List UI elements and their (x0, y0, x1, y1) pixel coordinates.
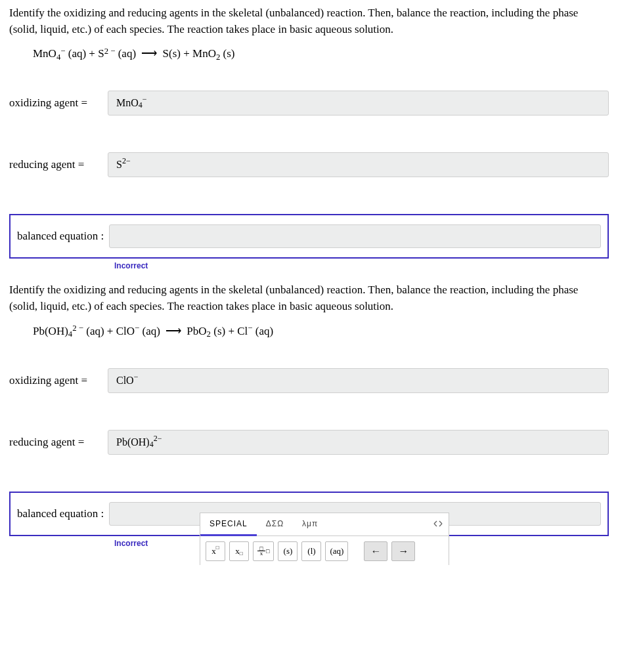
symbol-palette: SPECIAL ΔΣΩ λμπ x□ x□ □x□ (s) (l) (aq) ←… (200, 513, 449, 565)
oxidizing-agent-label-2: oxidizing agent = (9, 374, 108, 387)
oxidizing-agent-input[interactable]: MnO4− (108, 91, 609, 116)
palette-tab-special[interactable]: SPECIAL (200, 513, 257, 536)
balanced-equation-label: balanced equation : (17, 230, 109, 243)
question2-prompt: Identify the oxidizing and reducing agen… (9, 282, 609, 314)
question1-prompt: Identify the oxidizing and reducing agen… (9, 5, 609, 37)
balanced-equation-container: balanced equation : (9, 214, 609, 259)
palette-btn-next[interactable]: → (391, 541, 415, 561)
reducing-agent-label-2: reducing agent = (9, 436, 108, 449)
palette-btn-fraction[interactable]: □x□ (253, 541, 274, 561)
reducing-agent-label: reducing agent = (9, 158, 108, 171)
palette-btn-solid[interactable]: (s) (278, 541, 298, 561)
balanced-equation-input[interactable] (109, 224, 601, 248)
incorrect-feedback: Incorrect (114, 261, 609, 270)
palette-btn-subscript[interactable]: x□ (229, 541, 249, 561)
palette-btn-aqueous[interactable]: (aq) (325, 541, 348, 561)
oxidizing-agent-label: oxidizing agent = (9, 96, 108, 110)
palette-btn-liquid[interactable]: (l) (301, 541, 321, 561)
balanced-equation-label-2: balanced equation : (17, 507, 109, 520)
palette-collapse-icon[interactable] (431, 517, 445, 530)
palette-tab-greek-upper[interactable]: ΔΣΩ (257, 513, 293, 536)
question1-equation: MnO4− (aq) + S2 − (aq) ⟶ S(s) + MnO2 (s) (9, 47, 609, 60)
palette-btn-superscript[interactable]: x□ (206, 541, 225, 561)
reducing-agent-input[interactable]: S2− (108, 152, 609, 177)
palette-btn-prev[interactable]: ← (364, 541, 387, 561)
question2-equation: Pb(OH)42 − (aq) + ClO− (aq) ⟶ PbO2 (s) +… (9, 324, 609, 338)
palette-tab-greek-lower[interactable]: λμπ (293, 513, 327, 536)
oxidizing-agent-input-2[interactable]: ClO− (108, 368, 609, 393)
reducing-agent-input-2[interactable]: Pb(OH)42− (108, 430, 609, 455)
